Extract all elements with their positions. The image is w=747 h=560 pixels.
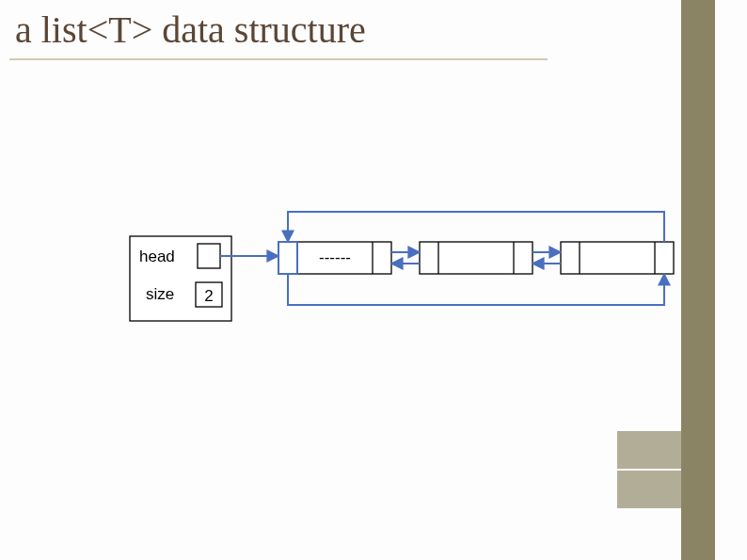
node-2 <box>561 242 674 274</box>
head-label: head <box>139 248 175 265</box>
ptr-node2-next-loop <box>288 212 664 242</box>
size-label: size <box>146 285 174 303</box>
ptr-node0-prev-loop <box>288 274 664 305</box>
node-0-value: ------ <box>319 248 351 266</box>
head-pointer-box <box>198 244 220 268</box>
node-1 <box>420 242 532 274</box>
linked-list-diagram: head size 2 ------ <box>0 0 747 560</box>
size-value: 2 <box>204 287 213 305</box>
